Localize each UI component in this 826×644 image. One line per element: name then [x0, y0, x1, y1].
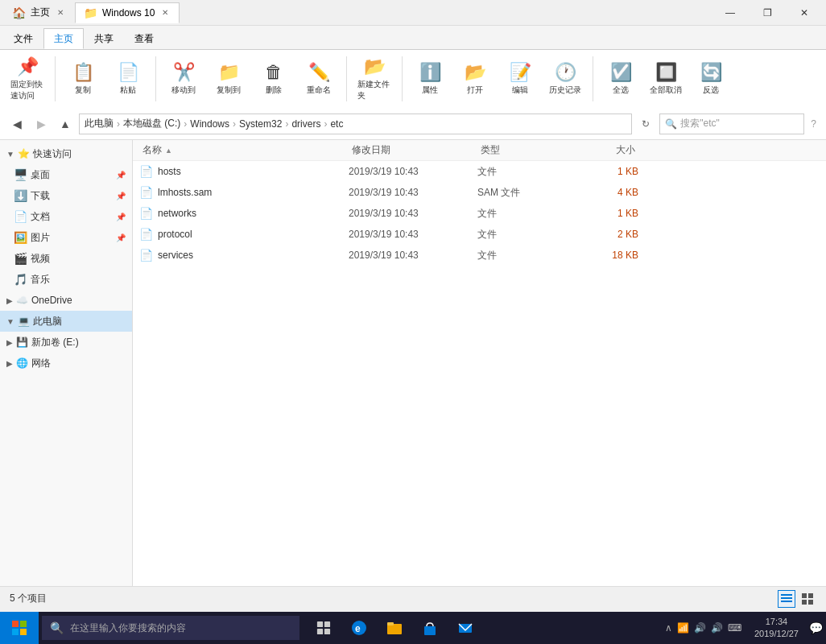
address-path[interactable]: 此电脑 › 本地磁盘 (C:) › Windows › System32 › d… — [79, 114, 632, 134]
svg-rect-7 — [12, 621, 19, 627]
ribbon-btn-pin[interactable]: 📌 固定到快速访问 — [6, 55, 48, 103]
taskbar-volume-icon[interactable]: 🔊 — [694, 622, 706, 634]
back-button[interactable]: ◀ — [6, 114, 27, 134]
invert-icon: 🔄 — [700, 62, 722, 83]
ribbon-btn-invert[interactable]: 🔄 反选 — [690, 55, 732, 103]
ribbon-tab-share[interactable]: 共享 — [84, 28, 124, 49]
col-header-size[interactable]: 大小 — [574, 140, 638, 161]
svg-rect-11 — [317, 621, 323, 627]
taskbar-notification[interactable]: 💬 — [805, 612, 826, 644]
up-button[interactable]: ▲ — [55, 114, 76, 134]
taskbar-network-icon[interactable]: 📶 — [677, 622, 689, 634]
address-bar: ◀ ▶ ▲ 此电脑 › 本地磁盘 (C:) › Windows › System… — [0, 108, 826, 140]
maximize-button[interactable]: ❐ — [749, 0, 786, 26]
ribbon-tab-view[interactable]: 查看 — [124, 28, 164, 49]
ribbon-btn-selectnone[interactable]: 🔲 全部取消 — [645, 55, 687, 103]
ribbon-btn-delete[interactable]: 🗑 删除 — [253, 55, 295, 103]
view-details-button[interactable] — [778, 590, 795, 608]
taskbar-fileexplorer[interactable] — [377, 612, 412, 644]
ribbon-btn-rename[interactable]: ✏️ 重命名 — [298, 55, 340, 103]
pictures-icon: 🖼️ — [13, 231, 27, 244]
help-button[interactable]: ? — [807, 118, 820, 130]
sidebar-section-network[interactable]: ▶ 🌐 网络 — [0, 353, 132, 374]
taskbar-lang-icon[interactable]: 🔊 — [711, 622, 723, 634]
services-size: 18 KB — [574, 250, 638, 261]
ribbon-btn-history[interactable]: 🕐 历史记录 — [544, 55, 586, 103]
ribbon-btn-open-label: 打开 — [467, 85, 483, 96]
ribbon-btn-open[interactable]: 📂 打开 — [454, 55, 496, 103]
ribbon-btn-move[interactable]: ✂️ 移动到 — [163, 55, 204, 103]
svg-rect-19 — [424, 626, 436, 635]
network-chevron: ▶ — [6, 359, 13, 368]
file-row-hosts[interactable]: 📄 hosts 2019/3/19 10:43 文件 1 KB — [133, 161, 826, 182]
lmhosts-file-icon: 📄 — [139, 186, 153, 199]
tab-windows10-close[interactable]: ✕ — [159, 7, 171, 18]
ribbon-btn-properties[interactable]: ℹ️ 属性 — [409, 55, 451, 103]
ribbon-btn-copy[interactable]: 📋 复制 — [62, 55, 104, 103]
ribbon-btn-selectall[interactable]: ☑️ 全选 — [600, 55, 642, 103]
col-header-type[interactable]: 类型 — [477, 140, 574, 161]
ribbon-btn-edit[interactable]: 📝 编辑 — [499, 55, 541, 103]
sidebar-item-music[interactable]: 🎵 音乐 — [6, 269, 132, 290]
taskbar-clock[interactable]: 17:34 2019/12/27 — [748, 616, 805, 641]
downloads-icon: ⬇️ — [13, 189, 27, 202]
newfolder-icon: 📂 — [364, 56, 386, 77]
col-header-name[interactable]: 名称 ▲ — [139, 140, 349, 161]
taskbar-arrow-up[interactable]: ∧ — [665, 622, 672, 634]
tab-home-close[interactable]: ✕ — [55, 7, 66, 18]
ribbon-sep-2 — [155, 56, 156, 101]
sidebar-item-desktop[interactable]: 🖥️ 桌面 📌 — [6, 164, 132, 185]
sort-arrow-name: ▲ — [165, 147, 172, 155]
ribbon-btn-paste[interactable]: 📄 粘贴 — [107, 55, 149, 103]
search-box[interactable]: 🔍 搜索"etc" — [659, 114, 804, 134]
sidebar-item-pictures[interactable]: 🖼️ 图片 📌 — [6, 227, 132, 248]
svg-rect-10 — [20, 629, 27, 635]
sidebar-section-quickaccess[interactable]: ▼ ⭐ 快速访问 — [0, 143, 132, 164]
tab-home[interactable]: 🏠 主页 ✕ — [3, 2, 75, 23]
taskbar-store[interactable] — [412, 612, 448, 644]
sidebar-item-downloads[interactable]: ⬇️ 下载 📌 — [6, 185, 132, 206]
col-header-date[interactable]: 修改日期 — [349, 140, 477, 161]
sidebar-section-drive-e[interactable]: ▶ 💾 新加卷 (E:) — [0, 332, 132, 353]
sidebar-item-documents[interactable]: 📄 文档 📌 — [6, 206, 132, 227]
ribbon-btn-edit-label: 编辑 — [512, 85, 528, 96]
sidebar-item-videos[interactable]: 🎬 视频 — [6, 248, 132, 269]
taskbar-search[interactable]: 🔍 在这里输入你要搜索的内容 — [42, 616, 299, 640]
file-row-lmhosts[interactable]: 📄 lmhosts.sam 2019/3/19 10:43 SAM 文件 4 K… — [133, 182, 826, 203]
ribbon-btn-move-label: 移动到 — [171, 85, 196, 96]
taskbar-edge[interactable]: e — [341, 612, 377, 644]
selectall-icon: ☑️ — [610, 62, 632, 83]
sidebar-section-onedrive[interactable]: ▶ ☁️ OneDrive — [0, 290, 132, 311]
minimize-button[interactable]: — — [712, 0, 749, 26]
taskbar-mail[interactable] — [448, 612, 483, 644]
file-row-networks[interactable]: 📄 networks 2019/3/19 10:43 文件 1 KB — [133, 203, 826, 224]
taskbar-ime-icon[interactable]: ⌨ — [728, 622, 741, 634]
onedrive-chevron: ▶ — [6, 296, 13, 305]
ribbon-sep-3 — [346, 56, 347, 101]
thispc-icon: 💻 — [18, 316, 30, 327]
svg-rect-0 — [781, 594, 792, 596]
status-bar: 5 个项目 — [0, 586, 826, 610]
sidebar-item-music-label: 音乐 — [31, 273, 50, 287]
ribbon-tab-home[interactable]: 主页 — [43, 28, 84, 49]
file-row-protocol[interactable]: 📄 protocol 2019/3/19 10:43 文件 2 KB — [133, 224, 826, 245]
svg-text:e: e — [355, 623, 361, 634]
ribbon-btn-copy-label: 复制 — [75, 85, 91, 96]
forward-button[interactable]: ▶ — [31, 114, 52, 134]
svg-rect-18 — [387, 622, 394, 625]
ribbon-btn-copyto[interactable]: 📁 复制到 — [208, 55, 250, 103]
taskbar-taskview[interactable] — [306, 612, 341, 644]
close-button[interactable]: ✕ — [786, 0, 823, 26]
ribbon-btn-newfolder[interactable]: 📂 新建文件夹 — [353, 55, 395, 103]
file-row-services[interactable]: 📄 services 2019/3/19 10:43 文件 18 KB — [133, 245, 826, 266]
svg-rect-14 — [324, 629, 330, 634]
ribbon-tab-file[interactable]: 文件 — [3, 28, 43, 49]
sidebar-section-thispc[interactable]: ▼ 💻 此电脑 — [0, 311, 132, 332]
pin-icon-desktop: 📌 — [116, 171, 126, 180]
protocol-filename: protocol — [158, 229, 192, 240]
view-large-button[interactable] — [799, 590, 816, 608]
refresh-button[interactable]: ↻ — [635, 114, 656, 134]
tab-windows10[interactable]: 📁 Windows 10 ✕ — [75, 2, 180, 23]
start-button[interactable] — [0, 612, 39, 644]
lmhosts-size: 4 KB — [574, 187, 638, 198]
